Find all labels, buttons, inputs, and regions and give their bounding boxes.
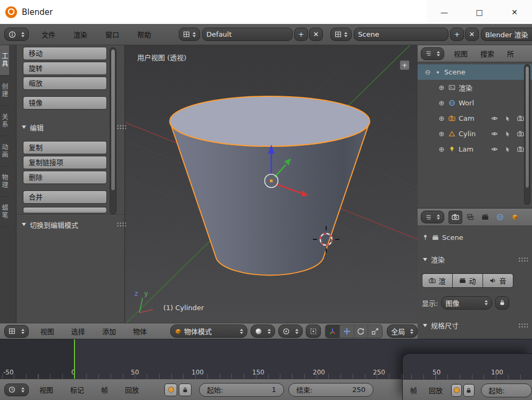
outliner-row-camera[interactable]: ⊕ Cam [418,111,532,126]
move-button[interactable]: 移动 [23,47,107,60]
renderable-camera-icon[interactable] [517,146,524,153]
scale-button[interactable]: 缩放 [23,77,107,90]
timeline-menu-marker[interactable]: 标记 [70,385,84,395]
menu-help[interactable]: 帮助 [137,29,151,39]
display-dropdown[interactable]: 图像 [441,296,492,310]
visibility-eye-icon[interactable] [491,115,498,122]
lock-button[interactable] [179,384,192,396]
duplicate-button[interactable]: 复制 [23,141,107,154]
editor-type-button-outliner[interactable] [421,47,444,60]
screen-layout-delete-button[interactable]: ✕ [309,28,323,41]
add-region-button[interactable]: + [400,60,410,70]
lock-interface-button[interactable] [495,296,509,310]
delete-button[interactable]: 删除 [23,171,107,184]
screen-layout-browse-button[interactable] [179,28,200,41]
scene-add-button[interactable]: + [450,28,464,41]
manipulate-centers-button[interactable] [306,324,321,338]
menu-window[interactable]: 窗口 [105,29,119,39]
timeline-menu-playback[interactable]: 回放 [125,385,139,395]
tab-world[interactable] [493,211,507,224]
close-button[interactable]: ✕ [497,0,532,24]
expand-toggle-icon[interactable]: ⊕ [438,130,445,138]
scrollbar-thumb[interactable] [111,49,115,191]
outliner-scrollbar[interactable] [524,64,530,205]
outliner-row-lamp[interactable]: ⊕ Lam [418,141,532,157]
editor-type-button-3dview[interactable] [4,325,29,338]
join-button[interactable]: 合并 [23,190,107,204]
expand-toggle-icon[interactable]: ⊕ [438,84,445,91]
rotate-manipulator-button[interactable] [354,325,369,338]
mode-dropdown[interactable]: 物体模式 [170,324,247,338]
panel-grip-icon[interactable] [518,257,528,262]
translate-manipulator-button[interactable] [340,325,354,338]
orientation-dropdown[interactable]: 全局 [387,324,418,338]
screen-layout-field[interactable]: Default [202,28,293,41]
end-frame-field[interactable]: 结束: 250 [288,383,373,397]
screen-layout-add-button[interactable]: + [294,28,308,41]
panel-grip-icon[interactable] [518,323,528,328]
render-button[interactable]: 渲 [422,273,452,288]
outliner-display-dropdown[interactable]: 所 [507,48,514,59]
render-panel-header[interactable]: 渲染 [423,254,528,264]
outliner-menu-search[interactable]: 搜索 [480,48,494,59]
tool-tab-grease-pencil[interactable]: 蜡笔 [0,197,9,227]
duplicate-linked-button[interactable]: 复制链接项 [23,156,107,169]
timeline2-menu-frame[interactable]: 帧 [410,385,417,395]
menu-select[interactable]: 选择 [71,326,85,336]
menu-object[interactable]: 物体 [133,326,147,336]
clipped-button[interactable] [23,207,107,213]
scene-browse-button[interactable] [330,28,352,41]
menu-view[interactable]: 视图 [40,326,54,336]
tab-object[interactable] [508,211,522,224]
minimize-button[interactable]: — [427,0,462,24]
start-frame-field[interactable]: 起始: 1 [199,383,284,397]
pivot-dropdown[interactable] [278,324,303,338]
edit-mode-panel-header[interactable]: 切换到编辑模式 [22,219,126,230]
menu-render[interactable]: 渲染 [73,29,87,39]
tab-scene[interactable] [478,211,492,224]
renderable-camera-icon[interactable] [517,115,524,122]
manipulator-toggle-button[interactable] [326,325,340,338]
tool-tab-create[interactable]: 创建 [0,76,9,106]
selectable-cursor-icon[interactable] [504,115,511,122]
tool-tab-physics[interactable]: 物理 [0,166,9,197]
auto-keyframe-button[interactable] [451,384,462,397]
timeline2-menu-playback[interactable]: 回放 [429,385,443,395]
panel-grip-icon[interactable] [117,124,126,130]
tab-render-layers[interactable] [463,211,477,224]
rotate-button[interactable]: 旋转 [23,62,107,75]
outliner-row-world[interactable]: ⊕ Worl [418,95,532,111]
expand-toggle-icon[interactable]: ⊖ [424,68,431,76]
scene-name-field[interactable]: Scene [354,28,448,41]
panel-grip-icon[interactable] [117,222,126,227]
timeline-menu-frame[interactable]: 帧 [101,385,108,395]
tool-tab-tools[interactable]: 工具 [0,45,9,76]
scene-delete-button[interactable]: ✕ [465,28,479,41]
animation-button[interactable]: 动 [452,273,483,288]
tool-shelf-scrollbar[interactable] [110,47,117,214]
tab-render[interactable] [448,211,462,224]
start-frame-field-2[interactable]: 起始: [481,384,532,397]
auto-keyframe-button[interactable] [164,384,177,396]
expand-toggle-icon[interactable]: ⊕ [438,99,445,107]
audio-button[interactable]: 音 [483,273,513,288]
selectable-cursor-icon[interactable] [504,146,511,153]
selectable-cursor-icon[interactable] [504,131,511,137]
renderable-camera-icon[interactable] [517,130,524,137]
lock-button[interactable] [463,384,474,397]
editor-type-button-properties[interactable] [421,211,444,223]
tool-tab-animation[interactable]: 动画 [0,136,9,166]
dimensions-panel-header[interactable]: 规格尺寸 [423,320,528,330]
outliner-row-scene[interactable]: ⊖ Scene [418,64,532,80]
outliner-menu-view[interactable]: 视图 [454,48,468,59]
outliner-row-render[interactable]: ⊕ 渲染 [418,80,532,95]
outliner-row-cylinder[interactable]: ⊕ Cylin [418,126,532,141]
shading-dropdown[interactable] [251,324,275,338]
menu-add[interactable]: 添加 [102,326,116,336]
mirror-button[interactable]: 镜像 [23,96,107,110]
visibility-eye-icon[interactable] [491,146,498,153]
menu-file[interactable]: 文件 [41,29,55,39]
scrollbar-thumb[interactable] [525,66,529,188]
expand-toggle-icon[interactable]: ⊕ [438,114,445,122]
timeline-menu-view[interactable]: 视图 [39,385,53,395]
